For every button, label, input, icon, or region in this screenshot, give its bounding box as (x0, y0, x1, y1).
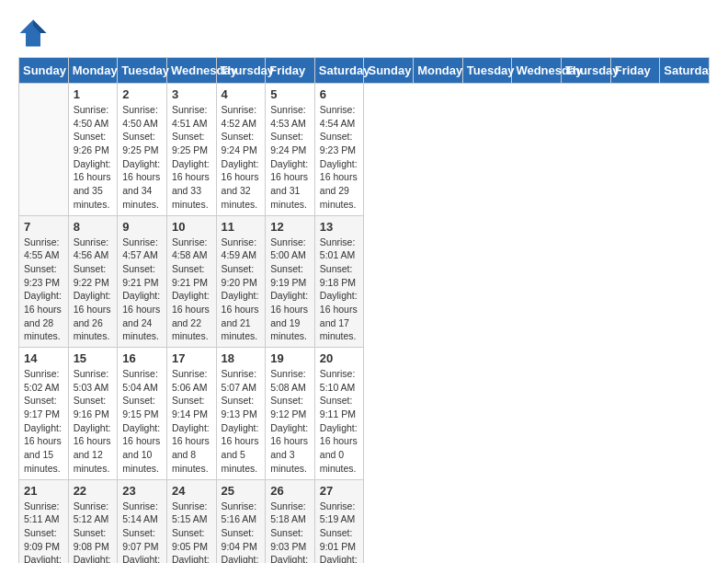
col-header-tuesday: Tuesday (462, 58, 512, 84)
day-number: 3 (172, 87, 211, 101)
calendar-table: SundayMondayTuesdayWednesdayThursdayFrid… (18, 57, 710, 563)
day-cell: 9Sunrise: 4:57 AM Sunset: 9:21 PM Daylig… (118, 215, 167, 348)
day-cell: 23Sunrise: 5:14 AM Sunset: 9:07 PM Dayli… (118, 479, 167, 563)
day-number: 16 (122, 351, 162, 365)
day-info: Sunrise: 5:11 AM Sunset: 9:09 PM Dayligh… (24, 500, 63, 564)
col-header-monday: Monday (414, 58, 463, 84)
day-number: 4 (222, 87, 261, 101)
day-cell: 25Sunrise: 5:16 AM Sunset: 9:04 PM Dayli… (216, 479, 266, 563)
day-number: 20 (320, 351, 359, 365)
col-header-sunday: Sunday (364, 58, 414, 84)
day-cell: 5Sunrise: 4:53 AM Sunset: 9:24 PM Daylig… (266, 84, 315, 216)
day-number: 25 (222, 484, 261, 498)
day-info: Sunrise: 5:04 AM Sunset: 9:15 PM Dayligh… (122, 367, 162, 476)
day-info: Sunrise: 5:01 AM Sunset: 9:18 PM Dayligh… (320, 236, 359, 344)
day-info: Sunrise: 4:55 AM Sunset: 9:23 PM Dayligh… (24, 236, 63, 344)
day-number: 5 (270, 87, 310, 101)
day-info: Sunrise: 5:16 AM Sunset: 9:04 PM Dayligh… (222, 500, 261, 564)
day-cell: 20Sunrise: 5:10 AM Sunset: 9:11 PM Dayli… (314, 348, 364, 480)
day-number: 19 (270, 351, 310, 365)
day-cell: 14Sunrise: 5:02 AM Sunset: 9:17 PM Dayli… (19, 348, 69, 480)
week-row-3: 14Sunrise: 5:02 AM Sunset: 9:17 PM Dayli… (19, 348, 710, 480)
week-row-2: 7Sunrise: 4:55 AM Sunset: 9:23 PM Daylig… (19, 215, 710, 348)
col-header-monday: Monday (68, 58, 118, 84)
day-info: Sunrise: 5:15 AM Sunset: 9:05 PM Dayligh… (172, 500, 211, 564)
day-info: Sunrise: 4:53 AM Sunset: 9:24 PM Dayligh… (270, 103, 310, 212)
day-number: 6 (320, 87, 359, 101)
week-row-4: 21Sunrise: 5:11 AM Sunset: 9:09 PM Dayli… (19, 479, 710, 563)
day-cell: 19Sunrise: 5:08 AM Sunset: 9:12 PM Dayli… (266, 348, 315, 480)
week-row-1: 1Sunrise: 4:50 AM Sunset: 9:26 PM Daylig… (19, 84, 710, 216)
day-number: 1 (74, 87, 113, 101)
day-number: 22 (74, 484, 113, 498)
day-number: 15 (74, 351, 113, 365)
day-number: 18 (222, 351, 261, 365)
day-info: Sunrise: 5:06 AM Sunset: 9:14 PM Dayligh… (172, 367, 211, 476)
col-header-friday: Friday (610, 58, 660, 84)
day-info: Sunrise: 4:50 AM Sunset: 9:26 PM Dayligh… (74, 103, 113, 212)
day-number: 27 (320, 484, 359, 498)
day-cell: 24Sunrise: 5:15 AM Sunset: 9:05 PM Dayli… (166, 479, 216, 563)
day-info: Sunrise: 4:50 AM Sunset: 9:25 PM Dayligh… (122, 103, 162, 212)
day-number: 13 (320, 220, 359, 234)
day-info: Sunrise: 5:18 AM Sunset: 9:03 PM Dayligh… (270, 500, 310, 564)
day-info: Sunrise: 5:07 AM Sunset: 9:13 PM Dayligh… (222, 367, 261, 476)
day-cell: 26Sunrise: 5:18 AM Sunset: 9:03 PM Dayli… (266, 479, 315, 563)
page-header (18, 18, 710, 48)
day-info: Sunrise: 5:02 AM Sunset: 9:17 PM Dayligh… (24, 367, 63, 476)
day-number: 14 (24, 351, 63, 365)
day-cell: 12Sunrise: 5:00 AM Sunset: 9:19 PM Dayli… (266, 215, 315, 348)
day-cell: 6Sunrise: 4:54 AM Sunset: 9:23 PM Daylig… (314, 84, 364, 216)
day-info: Sunrise: 5:14 AM Sunset: 9:07 PM Dayligh… (122, 500, 162, 564)
day-number: 9 (122, 220, 162, 234)
day-number: 7 (24, 220, 63, 234)
day-cell: 2Sunrise: 4:50 AM Sunset: 9:25 PM Daylig… (118, 84, 167, 216)
day-number: 23 (122, 484, 162, 498)
day-cell: 4Sunrise: 4:52 AM Sunset: 9:24 PM Daylig… (216, 84, 266, 216)
day-info: Sunrise: 4:58 AM Sunset: 9:21 PM Dayligh… (172, 236, 211, 344)
day-info: Sunrise: 4:52 AM Sunset: 9:24 PM Dayligh… (222, 103, 261, 212)
day-info: Sunrise: 4:54 AM Sunset: 9:23 PM Dayligh… (320, 103, 359, 212)
day-cell: 11Sunrise: 4:59 AM Sunset: 9:20 PM Dayli… (216, 215, 266, 348)
day-cell: 8Sunrise: 4:56 AM Sunset: 9:22 PM Daylig… (68, 215, 118, 348)
day-number: 8 (74, 220, 113, 234)
day-cell: 18Sunrise: 5:07 AM Sunset: 9:13 PM Dayli… (216, 348, 266, 480)
day-info: Sunrise: 5:19 AM Sunset: 9:01 PM Dayligh… (320, 500, 359, 564)
day-number: 12 (270, 220, 310, 234)
col-header-tuesday: Tuesday (118, 58, 167, 84)
day-info: Sunrise: 5:12 AM Sunset: 9:08 PM Dayligh… (74, 500, 113, 564)
day-cell: 7Sunrise: 4:55 AM Sunset: 9:23 PM Daylig… (19, 215, 69, 348)
col-header-thursday: Thursday (562, 58, 611, 84)
day-info: Sunrise: 4:59 AM Sunset: 9:20 PM Dayligh… (222, 236, 261, 344)
day-cell: 10Sunrise: 4:58 AM Sunset: 9:21 PM Dayli… (166, 215, 216, 348)
logo (18, 18, 51, 48)
day-number: 24 (172, 484, 211, 498)
logo-icon (18, 18, 48, 48)
day-info: Sunrise: 5:00 AM Sunset: 9:19 PM Dayligh… (270, 236, 310, 344)
day-info: Sunrise: 4:51 AM Sunset: 9:25 PM Dayligh… (172, 103, 211, 212)
header-row: SundayMondayTuesdayWednesdayThursdayFrid… (19, 58, 710, 84)
col-header-wednesday: Wednesday (512, 58, 562, 84)
day-number: 10 (172, 220, 211, 234)
col-header-wednesday: Wednesday (166, 58, 216, 84)
col-header-saturday: Saturday (314, 58, 364, 84)
day-cell: 27Sunrise: 5:19 AM Sunset: 9:01 PM Dayli… (314, 479, 364, 563)
day-cell (19, 84, 69, 216)
day-cell: 3Sunrise: 4:51 AM Sunset: 9:25 PM Daylig… (166, 84, 216, 216)
col-header-thursday: Thursday (216, 58, 266, 84)
day-number: 26 (270, 484, 310, 498)
day-number: 2 (122, 87, 162, 101)
day-cell: 13Sunrise: 5:01 AM Sunset: 9:18 PM Dayli… (314, 215, 364, 348)
day-cell: 15Sunrise: 5:03 AM Sunset: 9:16 PM Dayli… (68, 348, 118, 480)
day-info: Sunrise: 4:57 AM Sunset: 9:21 PM Dayligh… (122, 236, 162, 344)
day-info: Sunrise: 5:08 AM Sunset: 9:12 PM Dayligh… (270, 367, 310, 476)
col-header-saturday: Saturday (660, 58, 710, 84)
day-number: 17 (172, 351, 211, 365)
day-cell: 17Sunrise: 5:06 AM Sunset: 9:14 PM Dayli… (166, 348, 216, 480)
col-header-friday: Friday (266, 58, 315, 84)
day-cell: 1Sunrise: 4:50 AM Sunset: 9:26 PM Daylig… (68, 84, 118, 216)
day-info: Sunrise: 5:03 AM Sunset: 9:16 PM Dayligh… (74, 367, 113, 476)
day-number: 11 (222, 220, 261, 234)
col-header-sunday: Sunday (19, 58, 69, 84)
day-info: Sunrise: 4:56 AM Sunset: 9:22 PM Dayligh… (74, 236, 113, 344)
